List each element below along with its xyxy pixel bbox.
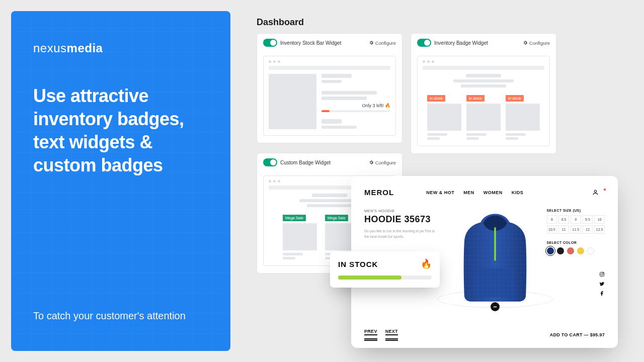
product-tile: In stock xyxy=(427,93,461,140)
nav-link[interactable]: WOMEN xyxy=(484,190,503,195)
size-option[interactable]: 10.5 xyxy=(547,225,557,234)
widget-preview: Only 3 left! 🔥 xyxy=(263,56,396,136)
size-option[interactable]: 8 xyxy=(547,215,557,224)
color-swatch[interactable] xyxy=(577,247,584,254)
store-footer: PREV← NEXT→ ADD TO CART — $95.97 xyxy=(364,329,605,341)
size-option[interactable]: 11.5 xyxy=(571,225,581,234)
svg-rect-1 xyxy=(494,227,496,260)
instagram-icon[interactable] xyxy=(599,272,605,277)
widget-title: Inventory Stock Bar Widget xyxy=(280,40,366,46)
product-options: SELECT SIZE (US) 8 8.5 9 9.5 10 10.5 11 … xyxy=(547,209,605,307)
prev-button[interactable]: PREV← xyxy=(364,329,377,341)
instock-badge: In stock xyxy=(427,95,445,102)
browser-dots-icon xyxy=(269,60,390,63)
size-option[interactable]: 12.5 xyxy=(594,225,605,234)
instock-card: IN STOCK 🔥 xyxy=(330,251,440,288)
color-label: SELECT COLOR xyxy=(547,241,605,244)
configure-button[interactable]: Configure xyxy=(369,40,396,46)
product-tile: In stock xyxy=(466,93,501,140)
svg-point-3 xyxy=(601,274,603,276)
size-option[interactable]: 8.5 xyxy=(558,215,569,224)
configure-label: Configure xyxy=(529,40,550,46)
size-grid: 8 8.5 9 9.5 10 10.5 11 11.5 12 12.5 xyxy=(547,215,605,234)
sale-badge: Mega Sale xyxy=(325,215,348,221)
sale-badge: Mega Sale xyxy=(283,215,306,221)
instock-badge: In stock xyxy=(506,95,524,102)
promo-subline: To catch your customer's attention xyxy=(33,308,186,324)
rotate-360-icon[interactable]: ● ● xyxy=(491,302,500,311)
twitter-icon[interactable] xyxy=(599,281,605,287)
toggle-switch[interactable] xyxy=(263,39,277,47)
gear-icon xyxy=(369,160,374,165)
product-image-placeholder xyxy=(269,74,316,129)
stock-progress xyxy=(321,110,390,112)
widget-title: Custom Badge Widget xyxy=(280,160,366,165)
cart-badge xyxy=(603,188,606,191)
user-icon[interactable] xyxy=(592,189,599,196)
size-option[interactable]: 11 xyxy=(558,225,569,234)
color-swatches xyxy=(547,247,605,254)
logo-light: nexus xyxy=(33,41,67,55)
next-button[interactable]: NEXT→ xyxy=(385,329,398,341)
instock-badge: In stock xyxy=(466,95,485,102)
color-swatch[interactable] xyxy=(557,247,564,254)
brand-logo: nexusmedia xyxy=(33,41,208,55)
instock-bar xyxy=(338,276,432,280)
fire-icon: 🔥 xyxy=(421,258,432,269)
gear-icon xyxy=(369,40,374,45)
product-viewer[interactable]: ● ● xyxy=(452,209,538,307)
color-swatch[interactable] xyxy=(587,247,594,254)
configure-button[interactable]: Configure xyxy=(369,160,396,165)
nav-link[interactable]: MEN xyxy=(463,190,474,195)
svg-point-0 xyxy=(594,190,596,192)
product-tile: Mega Sale xyxy=(283,212,317,259)
instock-label: IN STOCK xyxy=(338,260,378,268)
nav-link[interactable]: NEW & HOT xyxy=(426,190,454,195)
logo-bold: media xyxy=(67,41,103,55)
store-nav: MEROL NEW & HOT MEN WOMEN KIDS xyxy=(364,188,605,197)
promo-panel: nexusmedia Use attractive inventory badg… xyxy=(11,11,230,351)
configure-button[interactable]: Configure xyxy=(523,40,550,46)
configure-label: Configure xyxy=(375,160,396,165)
product-category: MEN'S HOODIE xyxy=(364,209,443,213)
browser-dots-icon xyxy=(423,60,544,63)
store-logo: MEROL xyxy=(364,188,394,197)
promo-headline: Use attractive inventory badges, text wi… xyxy=(33,84,208,177)
widget-preview: In stock In stock In stock xyxy=(417,56,550,146)
facebook-icon[interactable] xyxy=(599,291,605,296)
stock-note: Only 3 left! 🔥 xyxy=(321,103,390,108)
nav-link[interactable]: KIDS xyxy=(512,190,524,195)
color-swatch[interactable] xyxy=(567,247,574,254)
widget-card-invbadge: Inventory Badge Widget Configure In stoc… xyxy=(411,33,556,154)
toggle-switch[interactable] xyxy=(263,158,277,166)
gear-icon xyxy=(523,40,528,45)
color-swatch[interactable] xyxy=(547,247,554,254)
social-links xyxy=(599,272,605,296)
widget-title: Inventory Badge Widget xyxy=(434,40,520,46)
size-option[interactable]: 9 xyxy=(571,215,581,224)
dashboard-title: Dashboard xyxy=(257,17,304,28)
nav-links: NEW & HOT MEN WOMEN KIDS xyxy=(426,190,523,195)
product-description: Do you like to run in the morning in pa … xyxy=(364,229,437,239)
widget-header: Inventory Stock Bar Widget Configure xyxy=(257,34,402,52)
widget-header: Custom Badge Widget Configure xyxy=(257,153,402,171)
add-to-cart-button[interactable]: ADD TO CART — $95.97 xyxy=(550,332,605,337)
browser-topbar xyxy=(423,66,544,70)
size-option[interactable]: 12 xyxy=(583,225,593,234)
product-tile: In stock xyxy=(506,93,540,140)
size-label: SELECT SIZE (US) xyxy=(547,209,605,212)
size-option[interactable]: 9.5 xyxy=(583,215,593,224)
svg-point-4 xyxy=(603,273,604,274)
configure-label: Configure xyxy=(375,40,396,46)
widget-card-stockbar: Inventory Stock Bar Widget Configure Onl… xyxy=(257,33,403,143)
widget-header: Inventory Badge Widget Configure xyxy=(411,34,556,52)
size-option[interactable]: 10 xyxy=(594,215,605,224)
browser-topbar xyxy=(269,66,390,70)
product-title: HOODIE 35673 xyxy=(364,214,443,225)
toggle-switch[interactable] xyxy=(417,39,431,47)
product-image xyxy=(452,209,538,307)
